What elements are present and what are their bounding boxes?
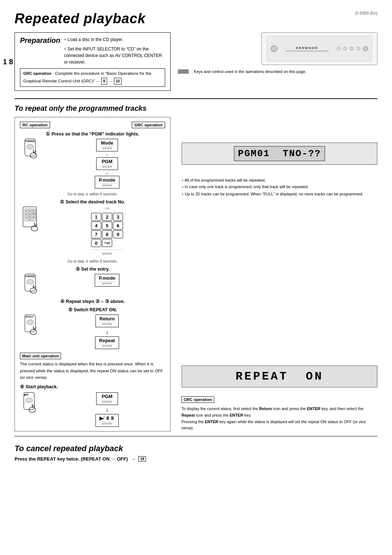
- main-unit-text: The current status is displayed when the…: [20, 361, 165, 381]
- svg-line-14: [32, 405, 35, 407]
- step6-rc-icon: ▶/II: [20, 392, 49, 414]
- grc-right-text: To display the current status, first sel…: [181, 406, 377, 431]
- key-legend: : Keys and control used in the operation…: [178, 69, 306, 74]
- section-divider-2: [15, 436, 377, 437]
- step6-row: ▶/II PGM ENTER ↓ ▶⁄ ⏸⏸: [20, 392, 165, 427]
- hand-icon-4: [30, 325, 40, 335]
- cancel-section: To cancel repeated playback Press the RE…: [15, 444, 377, 462]
- num-0[interactable]: 0: [91, 239, 101, 247]
- note-3: Up to 32 tracks can be programmed. When …: [181, 191, 377, 198]
- repeat-btn[interactable]: Repeat ENTER: [95, 336, 119, 349]
- step1-go: Go to step ② within 8 seconds.: [20, 192, 165, 196]
- right-bottom: GRC operation To display the current sta…: [181, 396, 377, 431]
- svg-line-8: [33, 286, 36, 288]
- pgm-btn-step1[interactable]: PGM ENTER: [96, 157, 118, 170]
- step3-button: P.mode ENTER: [49, 274, 165, 287]
- preparation-box: Preparation ÷ Load a disc in the CD play…: [15, 32, 171, 91]
- num-9[interactable]: 9: [113, 230, 123, 238]
- pmode-btn-step3[interactable]: P.mode ENTER: [95, 274, 119, 287]
- num-5[interactable]: 5: [102, 222, 112, 230]
- notes-list: All of the programmed tracks will be rep…: [181, 177, 377, 198]
- pgm-btn-step6[interactable]: PGM ENTER: [96, 392, 118, 405]
- prep-step2: ÷ Set the INPUT SELECTOR to “CD” on the …: [64, 46, 165, 65]
- display-screen-1: PGM01 TNO-??: [181, 142, 377, 165]
- note-1: All of the programmed tracks will be rep…: [181, 177, 377, 184]
- num-1[interactable]: 1: [91, 213, 101, 221]
- svg-point-3: [31, 226, 38, 231]
- step3-instruction: ③ Set the entry.: [20, 266, 165, 272]
- device-dots: [337, 46, 368, 51]
- left-panel: RC operation GRC operation ① Press so th…: [15, 117, 171, 432]
- svg-line-11: [33, 328, 36, 329]
- svg-line-2: [33, 151, 36, 153]
- hand-icon-5: [29, 402, 39, 413]
- step3-rc-icon: P.MODE: [20, 274, 49, 295]
- step2-row: 1 2 3 4 5 +10 7 8 9 0: [20, 207, 165, 256]
- num-6[interactable]: 6: [113, 222, 123, 230]
- svg-point-6: [30, 288, 37, 293]
- num-8[interactable]: 8: [102, 230, 112, 238]
- num-7[interactable]: 7: [91, 230, 101, 238]
- step6-instruction: ⑥ Start playback.: [20, 384, 165, 389]
- ref-19: 19: [138, 456, 146, 462]
- grc-op-label-right: GRC operation: [181, 396, 214, 403]
- cancel-instruction: Press the REPEAT key twice. (REPEAT ON →…: [15, 456, 377, 462]
- step3-row: P.MODE P.mode ENTER: [20, 274, 165, 295]
- num-2[interactable]: 2: [102, 213, 112, 221]
- op-labels: RC operation GRC operation: [20, 122, 165, 128]
- step2-instruction: ② Select the desired track No.: [20, 199, 165, 204]
- step2-rc-icon: 1 2 3 4 5 +10 7 8 9 0: [20, 207, 49, 232]
- device-image-area: KENWOOD : Keys and control used in the o…: [178, 32, 377, 91]
- grc-preparation-box: GRC operation : Complete the procedure i…: [20, 68, 165, 87]
- return-btn[interactable]: Return ENTER: [95, 315, 119, 327]
- display1-area: PGM01 TNO-??: [181, 142, 377, 168]
- num-4[interactable]: 4: [91, 222, 101, 230]
- svg-line-5: [34, 224, 37, 226]
- display-screen-2: REPEAT ON: [181, 365, 377, 388]
- numpad-display: +10 1 2 3 4 5 6 7 8 9 0 +10 ENTER: [49, 207, 165, 256]
- step4-instruction: ④ Repeat steps ② – ③ above.: [20, 299, 165, 304]
- page-number: 1 8: [3, 57, 13, 66]
- right-panel: PGM01 TNO-?? All of the programmed track…: [181, 117, 377, 432]
- svg-point-0: [30, 153, 37, 158]
- step2-go: Go to step ③ within 8 seconds.: [20, 259, 165, 263]
- hand-icon-2: [31, 221, 41, 231]
- hand-icon: [30, 148, 40, 158]
- rc-label: RC operation: [20, 122, 50, 128]
- main-unit-box: Main unit operation The current status i…: [20, 353, 165, 381]
- section1-title: To repeat only the programmed tracks: [15, 104, 377, 113]
- step5-row: REPEAT Return ENTER ↓ Repea: [20, 315, 165, 349]
- step5-buttons: Return ENTER ↓ Repeat ENTER: [49, 315, 165, 349]
- hand-icon-3: [30, 283, 40, 293]
- step1-instruction: ① Press so that the “PGM” indicator ligh…: [20, 131, 165, 137]
- pmode-btn-step1[interactable]: P.mode ENTER: [95, 176, 119, 189]
- step1-buttons: Mode ENTER ↓ PGM ENTER ↓ P.mode ENTER: [49, 139, 165, 189]
- mode-btn[interactable]: Mode ENTER: [96, 139, 118, 151]
- note-2: In case only one track is programmed, on…: [181, 184, 377, 190]
- display2-area: REPEAT ON: [181, 365, 377, 388]
- step6-buttons: PGM ENTER ↓ ▶⁄ ⏸⏸ ENTER: [49, 392, 165, 427]
- section-divider-1: [15, 98, 377, 99]
- device-drawing: KENWOOD: [261, 32, 377, 65]
- grc-label: GRC operation: [132, 122, 165, 128]
- preparation-title: Preparation: [20, 36, 60, 45]
- step5-rc-icon: REPEAT: [20, 315, 49, 336]
- model-label: D-S300 (En): [355, 11, 377, 15]
- step1-row: P.MODE Mode ENTER ↓: [20, 139, 165, 189]
- page-title: Repeated playback: [15, 11, 377, 27]
- kenwood-logo: KENWOOD: [296, 46, 318, 50]
- step1-rc-icon: P.MODE: [20, 139, 49, 160]
- prep-step1: ÷ Load a disc in the CD player.: [64, 36, 165, 43]
- main-unit-label: Main unit operation: [20, 353, 61, 359]
- svg-point-9: [30, 329, 37, 335]
- num-10[interactable]: +10: [102, 239, 112, 247]
- num-3[interactable]: 3: [113, 213, 123, 221]
- right-bottom-left: GRC operation To display the current sta…: [181, 396, 377, 431]
- play-btn[interactable]: ▶⁄ ⏸⏸ ENTER: [95, 414, 119, 427]
- step5-instruction: ⑤ Switch REPEAT ON.: [20, 307, 165, 312]
- svg-point-12: [29, 407, 36, 412]
- cancel-title: To cancel repeated playback: [15, 444, 377, 453]
